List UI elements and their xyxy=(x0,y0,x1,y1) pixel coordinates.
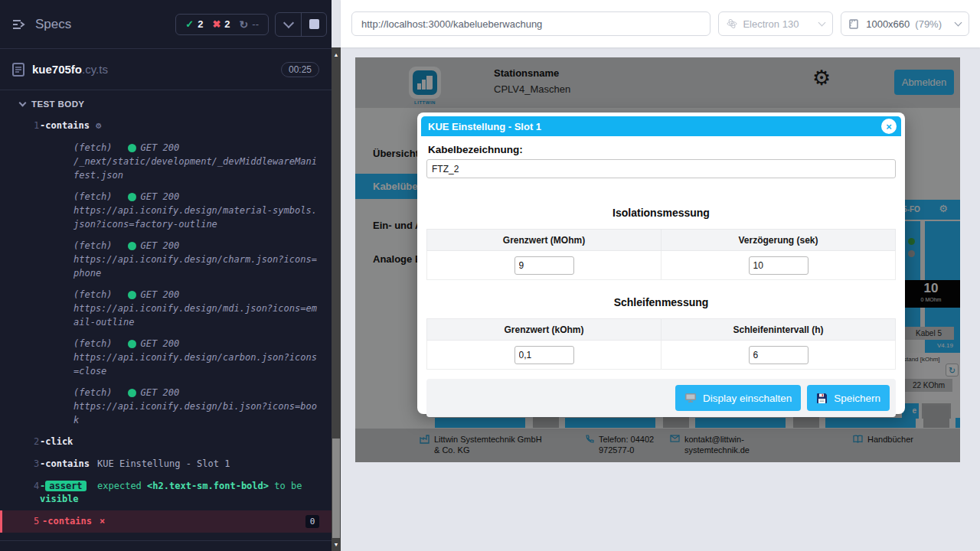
cable-name-input[interactable] xyxy=(426,159,896,178)
floppy-disk-icon xyxy=(816,393,828,404)
loop-table: Grenzwert (kOhm) Schleifenintervall (h) xyxy=(426,318,896,370)
command-contains-1[interactable]: 1 -contains⚙ xyxy=(0,115,332,137)
status-ok-icon xyxy=(128,242,136,250)
viewport-select[interactable]: 1000x660 (79%) xyxy=(841,11,969,36)
specs-list-icon[interactable] xyxy=(12,18,28,31)
stop-icon xyxy=(309,19,319,29)
kue-settings-modal: KUE Einstellung - Slot 1 × Kabelbezeichn… xyxy=(417,112,905,414)
stat-passed: ✓2 xyxy=(185,18,203,30)
reporter-header: Specs ✓2 ✖2 ↻-- xyxy=(0,0,332,49)
status-ok-icon xyxy=(128,340,136,348)
cable-name-label: Kabelbezeichnung: xyxy=(428,144,896,155)
loop-section-title: Schleifenmessung xyxy=(426,296,896,308)
status-ok-icon xyxy=(128,144,136,152)
save-button[interactable]: Speichern xyxy=(807,385,890,411)
spec-name: kue705fo xyxy=(32,63,82,76)
isolation-delay-input[interactable] xyxy=(749,256,808,275)
spec-timer: 00:25 xyxy=(281,62,319,77)
scrollbar-thumb[interactable] xyxy=(332,439,340,538)
main-area: Electron 130 1000x660 (79%) LITTWIN Stat… xyxy=(341,0,980,551)
fail-x-icon: × xyxy=(100,516,105,527)
failed-icon: ✖ xyxy=(212,18,220,30)
chevron-down-icon xyxy=(283,17,293,28)
test-stats: ✓2 ✖2 ↻-- xyxy=(175,14,269,35)
isolation-section-title: Isolationsmessung xyxy=(426,207,896,219)
reporter-scrollbar[interactable]: ▲ ▼ xyxy=(332,47,341,551)
display-on-button[interactable]: Display einschalten xyxy=(675,385,801,411)
fetch-log-5: (fetch)GET 200 https://api.iconify.desig… xyxy=(0,333,332,382)
cypress-reporter: Specs ✓2 ✖2 ↻-- kue705fo.cy.ts 00:25 TES… xyxy=(0,0,332,551)
monitor-icon xyxy=(684,393,697,403)
fetch-log-6: (fetch)GET 200 https://api.iconify.desig… xyxy=(0,382,332,431)
browser-toolbar: Electron 130 1000x660 (79%) xyxy=(341,0,980,47)
log-divider xyxy=(0,540,332,541)
spec-file-icon xyxy=(12,63,24,77)
modal-footer: Display einschalten Speichern xyxy=(426,379,896,417)
collapse-button[interactable] xyxy=(276,13,301,36)
specs-label[interactable]: Specs xyxy=(35,17,71,32)
command-log: 1 -contains⚙ (fetch)GET 200 /_next/stati… xyxy=(0,115,332,541)
electron-icon xyxy=(727,18,737,29)
fetch-log-4: (fetch)GET 200 https://api.iconify.desig… xyxy=(0,284,332,333)
ruler-icon xyxy=(849,18,861,29)
runner-controls xyxy=(275,12,327,37)
modal-header: KUE Einstellung - Slot 1 × xyxy=(421,116,901,136)
spec-ext: .cy.ts xyxy=(82,63,108,76)
command-click[interactable]: 2 -click xyxy=(0,431,332,453)
gear-icon: ⚙ xyxy=(96,120,101,131)
stat-failed: ✖2 xyxy=(212,18,230,30)
fetch-log-3: (fetch)GET 200 https://api.iconify.desig… xyxy=(0,235,332,284)
status-ok-icon xyxy=(128,389,136,397)
spec-row[interactable]: kue705fo.cy.ts 00:25 xyxy=(0,49,332,90)
test-body-toggle[interactable]: TEST BODY xyxy=(0,90,332,115)
modal-body: Kabelbezeichnung: Isolationsmessung Gren… xyxy=(421,136,901,417)
command-contains-3[interactable]: 3 -containsKUE Einstellung - Slot 1 xyxy=(0,453,332,475)
fail-count-badge: 0 xyxy=(305,515,319,528)
loop-interval-input[interactable] xyxy=(749,346,808,364)
loop-limit-input[interactable] xyxy=(514,346,574,364)
command-contains-failed[interactable]: 5 -contains× 0 xyxy=(0,510,332,533)
pending-icon: ↻ xyxy=(240,18,249,31)
test-body-label: TEST BODY xyxy=(31,99,84,109)
scroll-up-arrow[interactable]: ▲ xyxy=(332,49,341,60)
browser-select[interactable]: Electron 130 xyxy=(718,11,833,36)
fetch-log-1: (fetch)GET 200 /_next/static/development… xyxy=(0,137,332,186)
modal-title: KUE Einstellung - Slot 1 xyxy=(428,121,541,132)
assert-chip: assert xyxy=(45,481,86,491)
close-icon[interactable]: × xyxy=(881,119,897,134)
status-ok-icon xyxy=(128,291,136,299)
stop-button[interactable] xyxy=(301,13,326,36)
url-input[interactable] xyxy=(351,11,710,36)
scroll-down-arrow[interactable]: ▼ xyxy=(332,539,341,549)
fetch-log-2: (fetch)GET 200 https://api.iconify.desig… xyxy=(0,186,332,235)
isolation-table: Grenzwert (MOhm) Verzögerung (sek) xyxy=(426,229,896,280)
chevron-down-icon xyxy=(19,99,27,107)
status-ok-icon xyxy=(128,193,136,201)
stat-pending: ↻-- xyxy=(240,18,259,31)
chevron-down-icon xyxy=(818,19,826,27)
chevron-down-icon xyxy=(955,19,962,27)
app-under-test: LITTWIN Stationsname CPLV4_Maschen ⚙ Abm… xyxy=(355,57,960,462)
isolation-limit-input[interactable] xyxy=(514,256,574,275)
loop-col2-header: Schleifenintervall (h) xyxy=(662,319,896,341)
loop-col1-header: Grenzwert (kOhm) xyxy=(427,319,662,341)
isolation-col1-header: Grenzwert (MOhm) xyxy=(427,230,662,251)
isolation-col2-header: Verzögerung (sek) xyxy=(662,230,896,251)
command-assert[interactable]: 4 -assert expected <h2.text-sm.font-bold… xyxy=(0,475,332,510)
passed-icon: ✓ xyxy=(185,18,194,30)
